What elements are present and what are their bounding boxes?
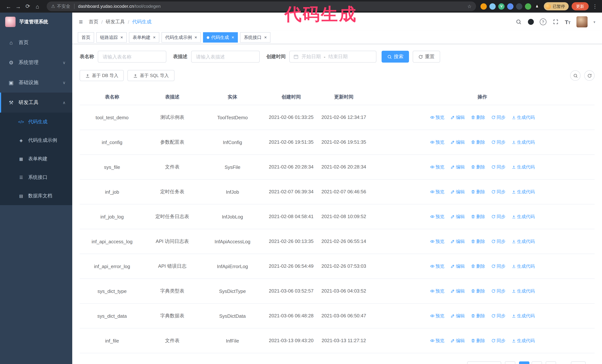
- fullscreen-icon[interactable]: [552, 19, 559, 25]
- extension-icon-7[interactable]: ♟: [534, 3, 540, 10]
- avatar-caret-icon[interactable]: ▾: [593, 20, 595, 24]
- import-sql-button[interactable]: 基于 SQL 导入: [128, 70, 174, 81]
- extension-icon-5[interactable]: [516, 3, 522, 10]
- tab-代码生成[interactable]: 代码生成×: [203, 32, 238, 42]
- action-delete[interactable]: 删除: [471, 213, 485, 220]
- sidebar-item-codegen-example[interactable]: ◈ 代码生成示例: [0, 131, 72, 150]
- help-icon[interactable]: ?: [540, 19, 546, 25]
- tab-close-icon[interactable]: ×: [120, 35, 123, 40]
- action-preview[interactable]: 预览: [430, 238, 444, 245]
- action-delete[interactable]: 删除: [471, 164, 485, 170]
- action-edit[interactable]: 编辑: [450, 213, 465, 220]
- date-range-picker[interactable]: 开始日期 - 结束日期: [289, 51, 376, 62]
- profile-chip[interactable]: 已暂停: [544, 2, 569, 10]
- action-edit[interactable]: 编辑: [450, 263, 465, 269]
- sidebar-item-dev-tools[interactable]: ⚒ 研发工具 ∧: [0, 93, 72, 113]
- security-warning-label[interactable]: 不安全: [57, 3, 70, 10]
- url-text[interactable]: dashboard.yudao.iocoder.cn/tool/codegen: [78, 4, 161, 9]
- forward-button[interactable]: →: [13, 1, 23, 11]
- action-edit[interactable]: 编辑: [450, 338, 465, 344]
- page-button-2[interactable]: 2: [532, 361, 542, 364]
- action-edit[interactable]: 编辑: [450, 139, 465, 145]
- home-button[interactable]: ⌂: [32, 1, 42, 11]
- action-delete[interactable]: 删除: [471, 139, 485, 145]
- reset-button[interactable]: 重置: [413, 51, 440, 62]
- tab-close-icon[interactable]: ×: [232, 35, 234, 40]
- action-generate[interactable]: 生成代码: [511, 263, 535, 269]
- tab-链路追踪[interactable]: 链路追踪×: [96, 32, 127, 42]
- action-edit[interactable]: 编辑: [450, 238, 465, 245]
- page-size-select[interactable]: 10条/页 ▾: [467, 361, 501, 364]
- table-desc-input[interactable]: [191, 51, 260, 62]
- action-delete[interactable]: 删除: [471, 288, 485, 294]
- action-sync[interactable]: 同步: [491, 263, 505, 269]
- action-generate[interactable]: 生成代码: [511, 338, 535, 344]
- action-edit[interactable]: 编辑: [450, 313, 465, 319]
- sidebar-item-home[interactable]: ⌂ 首页: [0, 32, 72, 52]
- action-sync[interactable]: 同步: [491, 189, 505, 195]
- import-db-button[interactable]: 基于 DB 导入: [80, 70, 124, 81]
- search-icon[interactable]: [515, 19, 522, 25]
- tab-表单构建[interactable]: 表单构建×: [129, 32, 159, 42]
- browser-menu-icon[interactable]: ⋮: [592, 3, 598, 9]
- next-page-button[interactable]: ›: [546, 361, 556, 364]
- tab-close-icon[interactable]: ×: [153, 35, 156, 40]
- table-name-input[interactable]: [98, 51, 166, 62]
- action-generate[interactable]: 生成代码: [511, 313, 535, 319]
- action-sync[interactable]: 同步: [491, 288, 505, 294]
- chrome-update-button[interactable]: 更新: [572, 2, 589, 10]
- action-delete[interactable]: 删除: [471, 238, 485, 245]
- sidebar-item-codegen[interactable]: </> 代码生成: [0, 113, 72, 131]
- action-preview[interactable]: 预览: [430, 288, 444, 294]
- action-edit[interactable]: 编辑: [450, 164, 465, 170]
- action-delete[interactable]: 删除: [471, 189, 485, 195]
- github-icon[interactable]: [528, 19, 534, 25]
- action-preview[interactable]: 预览: [430, 189, 444, 195]
- prev-page-button[interactable]: ‹: [505, 361, 515, 364]
- action-sync[interactable]: 同步: [491, 313, 505, 319]
- hamburger-icon[interactable]: ≡: [79, 18, 83, 26]
- breadcrumb-dev-tools[interactable]: 研发工具: [106, 19, 125, 25]
- action-preview[interactable]: 预览: [430, 313, 444, 319]
- refresh-table-button[interactable]: [584, 70, 595, 81]
- action-sync[interactable]: 同步: [491, 139, 505, 145]
- bookmark-star-icon[interactable]: ☆: [467, 3, 472, 9]
- action-generate[interactable]: 生成代码: [511, 288, 535, 294]
- action-preview[interactable]: 预览: [430, 213, 444, 220]
- extension-icon-2[interactable]: [489, 3, 496, 10]
- action-edit[interactable]: 编辑: [450, 114, 465, 121]
- action-sync[interactable]: 同步: [491, 338, 505, 344]
- reload-button[interactable]: ⟳: [23, 1, 32, 11]
- action-delete[interactable]: 删除: [471, 338, 485, 344]
- sidebar-item-system-api[interactable]: ☰ 系统接口: [0, 168, 72, 187]
- sidebar-item-system-management[interactable]: ⚙ 系统管理 ∨: [0, 52, 72, 73]
- sidebar-item-form-builder[interactable]: ▦ 表单构建: [0, 150, 72, 168]
- action-preview[interactable]: 预览: [430, 338, 444, 344]
- tab-系统接口[interactable]: 系统接口×: [240, 32, 270, 42]
- breadcrumb-home[interactable]: 首页: [89, 19, 98, 25]
- extension-icon-1[interactable]: [481, 3, 487, 10]
- action-delete[interactable]: 删除: [471, 263, 485, 269]
- action-generate[interactable]: 生成代码: [511, 189, 535, 195]
- tab-close-icon[interactable]: ×: [194, 35, 197, 40]
- action-sync[interactable]: 同步: [491, 114, 505, 121]
- action-delete[interactable]: 删除: [471, 114, 485, 121]
- tab-首页[interactable]: 首页: [78, 32, 94, 42]
- extension-icon-3[interactable]: V: [498, 3, 505, 10]
- sidebar-item-infrastructure[interactable]: ▣ 基础设施 ∨: [0, 73, 72, 93]
- action-sync[interactable]: 同步: [491, 213, 505, 220]
- action-generate[interactable]: 生成代码: [511, 238, 535, 245]
- action-generate[interactable]: 生成代码: [511, 213, 535, 220]
- goto-page-input[interactable]: [571, 361, 586, 364]
- action-preview[interactable]: 预览: [430, 114, 444, 121]
- tab-代码生成示例[interactable]: 代码生成示例×: [161, 32, 201, 42]
- action-delete[interactable]: 删除: [471, 313, 485, 319]
- sidebar-item-db-docs[interactable]: ▤ 数据库文档: [0, 187, 72, 205]
- action-edit[interactable]: 编辑: [450, 189, 465, 195]
- page-button-1[interactable]: 1: [519, 361, 529, 364]
- action-generate[interactable]: 生成代码: [511, 164, 535, 170]
- action-generate[interactable]: 生成代码: [511, 139, 535, 145]
- action-preview[interactable]: 预览: [430, 164, 444, 170]
- tab-close-icon[interactable]: ×: [264, 35, 267, 40]
- back-button[interactable]: ←: [4, 1, 13, 11]
